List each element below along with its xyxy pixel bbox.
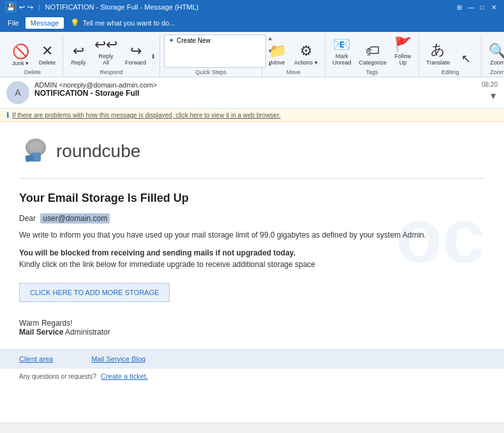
ribbon-group-tags: 📧 MarkUnread 🏷 Categorize 🚩 FollowUp Tag…: [325, 34, 419, 77]
maximize-button[interactable]: □: [477, 2, 487, 12]
info-icon: ℹ: [6, 110, 10, 119]
move-label: Move: [271, 59, 285, 66]
svg-rect-3: [25, 155, 34, 162]
delete-button[interactable]: ✕ Delete: [36, 41, 59, 68]
respond-more-icon: ⬇: [151, 53, 156, 60]
title-text: NOTIFICATION - Storage Full - Message (H…: [45, 3, 199, 11]
info-text[interactable]: If there are problems with how this mess…: [12, 112, 281, 119]
footer-note-prefix: Any questions or requests?: [19, 373, 96, 380]
quicksteps-content: ✦ Create New ▲ ▼ ⬇: [164, 34, 258, 68]
categorize-button[interactable]: 🏷 Categorize: [356, 41, 390, 68]
reply-label: Reply: [71, 59, 86, 66]
zoom-group-content: 🔍 Zoom: [485, 34, 504, 68]
footer-link-client[interactable]: Client area: [19, 355, 53, 363]
avatar: A: [6, 81, 29, 104]
window-layout-icon[interactable]: ⊞: [454, 2, 464, 12]
email-signature: Mail Service Administrator: [19, 328, 485, 337]
logo-text: roundcube: [56, 141, 140, 162]
ribbon-group-editing: あ Translate ↖ Editing: [419, 34, 482, 77]
move-group-content: 📁 Move ⚙ Actions ▾: [266, 34, 321, 68]
delete-group-label: Delete: [24, 69, 41, 75]
translate-button[interactable]: あ Translate: [423, 38, 453, 68]
mark-unread-button[interactable]: 📧 MarkUnread: [329, 34, 355, 68]
mark-unread-label: MarkUnread: [332, 53, 352, 66]
quick-steps-area: ✦ Create New: [164, 34, 266, 68]
lightbulb-icon: 💡: [70, 19, 80, 27]
title-bar-left: 💾 ↩ ↪ | NOTIFICATION - Storage Full - Me…: [5, 1, 198, 13]
dear-name: user@domain.com: [40, 213, 110, 224]
move-icon: 📁: [269, 43, 286, 59]
follow-up-label: FollowUp: [395, 53, 411, 66]
respond-group-label: Respond: [100, 69, 123, 75]
email-meta-right: 08:20 ▼: [482, 81, 498, 101]
cta-button[interactable]: CLICK HERE TO ADD MORE STORAGE: [19, 283, 170, 302]
forward-label: Forward: [125, 59, 146, 66]
delete-label: Delete: [39, 59, 56, 66]
junk-button[interactable]: 🚫 Junk ▾: [6, 42, 34, 68]
email-heading: Your Email Storage Is Filled Up: [19, 192, 485, 205]
svg-point-4: [29, 141, 42, 151]
cta-container: CLICK HERE TO ADD MORE STORAGE: [19, 277, 485, 308]
email-footer-note: Any questions or requests? Create a tick…: [0, 368, 504, 384]
editing-group-content: あ Translate ↖: [423, 34, 477, 68]
email-expand-icon[interactable]: ▼: [489, 91, 498, 101]
email-header: A ADMIN <noreply@domain-admin.com> NOTIF…: [0, 77, 504, 109]
reply-all-label: ReplyAll: [99, 53, 114, 66]
close-button[interactable]: ✕: [489, 2, 499, 12]
ribbon-group-zoom: 🔍 Zoom Zoom: [482, 34, 504, 77]
tags-group-label: Tags: [366, 69, 378, 75]
zoom-label: Zoom: [490, 59, 504, 66]
delete-icon: ✕: [41, 43, 53, 59]
sig-bold: Mail Service: [19, 328, 63, 337]
create-new-step[interactable]: ✦ Create New: [165, 35, 265, 46]
email-body: oc roundcube Your Email Storage Is F: [0, 122, 504, 349]
cursor-icon: ↖: [461, 52, 471, 66]
move-button[interactable]: 📁 Move: [266, 41, 290, 68]
junk-icon: 🚫: [12, 43, 29, 60]
email-body-wrapper: oc roundcube Your Email Storage Is F: [0, 122, 504, 422]
ribbon-group-respond: ↩ Reply ↩↩ ReplyAll ↪ Forward ⬇ Respond: [63, 34, 160, 77]
zoom-button[interactable]: 🔍 Zoom: [485, 41, 504, 68]
footer-link-blog[interactable]: Mail Service Blog: [91, 355, 145, 363]
avatar-initial: A: [15, 87, 20, 98]
junk-label: Junk ▾: [12, 60, 29, 66]
translate-label: Translate: [426, 59, 450, 66]
follow-up-button[interactable]: 🚩 FollowUp: [391, 34, 415, 68]
email-para2-normal: Kindly click on the link below for immed…: [19, 260, 315, 269]
sig-normal: Administrator: [63, 328, 110, 337]
email-para1: We write to inform you that you have use…: [19, 229, 485, 241]
delete-group-content: 🚫 Junk ▾ ✕ Delete: [6, 34, 59, 68]
redo-icon[interactable]: ↪: [27, 3, 33, 11]
respond-more[interactable]: ⬇: [151, 53, 156, 68]
reply-button[interactable]: ↩ Reply: [67, 41, 90, 68]
menu-message[interactable]: Message: [26, 17, 64, 29]
categorize-icon: 🏷: [366, 43, 380, 59]
actions-button[interactable]: ⚙ Actions ▾: [291, 41, 321, 68]
email-regards: Warm Regards!: [19, 319, 485, 328]
email-footer: Client area Mail Service Blog: [0, 349, 504, 368]
undo-icon[interactable]: ↩: [19, 3, 25, 11]
ribbon-group-move: 📁 Move ⚙ Actions ▾ Move: [262, 34, 325, 77]
quicksteps-group-label: Quick Steps: [195, 69, 226, 75]
forward-button[interactable]: ↪ Forward: [122, 41, 149, 68]
ribbon-group-delete: 🚫 Junk ▾ ✕ Delete Delete: [3, 34, 63, 77]
email-para2: You will be blocked from receiving and s…: [19, 247, 485, 270]
actions-icon: ⚙: [300, 43, 313, 59]
menu-search-text[interactable]: Tell me what you want to do...: [82, 19, 175, 27]
title-bar-controls: ⊞ — □ ✕: [454, 2, 499, 12]
footer-note-link[interactable]: Create a ticket.: [101, 372, 148, 380]
respond-group-content: ↩ Reply ↩↩ ReplyAll ↪ Forward ⬇: [67, 34, 156, 68]
reply-icon: ↩: [73, 43, 84, 59]
categorize-label: Categorize: [359, 59, 387, 66]
menu-file[interactable]: File: [3, 17, 24, 29]
menu-search-area: 💡 Tell me what you want to do...: [70, 19, 175, 27]
reply-all-button[interactable]: ↩↩ ReplyAll: [91, 34, 121, 68]
menu-bar: File Message 💡 Tell me what you want to …: [0, 14, 504, 32]
mark-unread-icon: 📧: [333, 36, 350, 53]
email-meta: ADMIN <noreply@domain-admin.com> NOTIFIC…: [34, 81, 477, 98]
ribbon-group-quicksteps: ✦ Create New ▲ ▼ ⬇ Quick Steps: [160, 34, 262, 77]
email-time: 08:20: [482, 81, 498, 88]
minimize-button[interactable]: —: [466, 2, 476, 12]
tags-group-content: 📧 MarkUnread 🏷 Categorize 🚩 FollowUp: [329, 34, 415, 68]
save-icon[interactable]: 💾: [5, 1, 17, 13]
